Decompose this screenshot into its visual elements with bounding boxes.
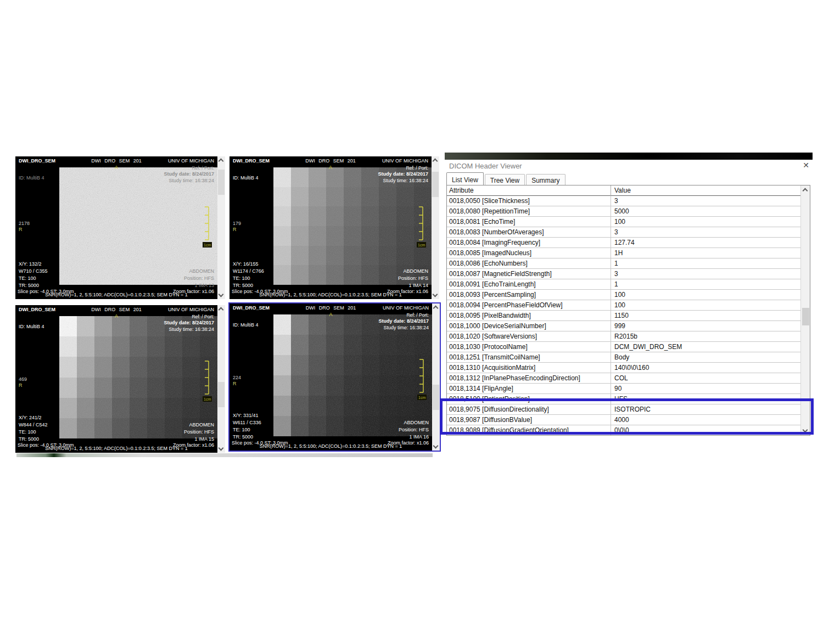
attribute-column-header[interactable]: Attribute [447, 185, 611, 196]
scrollbar-thumb[interactable] [432, 172, 439, 197]
image-panel[interactable]: DWI_DRO_SEM DWI DRO SEM 201 UNIV OF MICH… [15, 156, 225, 299]
table-row[interactable]: 0018,0083 [NumberOfAverages]3 [447, 227, 800, 238]
table-row[interactable]: 0018,1251 [TransmitCoilName]Body [447, 352, 800, 363]
zoom-factor-label: Zoom factor: x1.06 [173, 442, 214, 448]
attribute-cell: 0018,0081 [EchoTime] [447, 217, 611, 227]
scroll-down-icon[interactable] [433, 292, 438, 297]
scroll-down-icon[interactable] [219, 292, 224, 297]
study-date-label: Study date: 8/24/2017 [164, 320, 214, 326]
table-row[interactable]: 0018,0095 [PixelBandwidth]1150 [447, 311, 800, 321]
value-cell: Body [611, 352, 800, 362]
value-cell: 100 [611, 300, 800, 310]
tab-summary[interactable]: Summary [526, 174, 565, 185]
panel-scrollbar[interactable] [217, 305, 225, 453]
table-row[interactable]: 0018,0050 [SliceThickness]3 [447, 196, 800, 206]
value-cell: 1 [611, 258, 800, 268]
scrollbar-thumb[interactable] [802, 308, 809, 325]
value-cell: 1H [611, 248, 800, 258]
value-column-header[interactable]: Value [611, 185, 800, 196]
table-row[interactable]: 0018,0080 [RepetitionTime]5000 [447, 206, 800, 217]
value-cell: 3 [611, 227, 800, 237]
image-panel[interactable]: DWI_DRO_SEM DWI DRO SEM 201 UNIV OF MICH… [229, 156, 439, 299]
scroll-up-icon[interactable] [219, 307, 224, 313]
image-number-label: 1 IMA 14 [408, 283, 428, 289]
table-row[interactable]: 0018,0084 [ImagingFrequency]127.74 [447, 238, 800, 248]
zoom-factor-label: Zoom factor: x1.06 [387, 289, 428, 295]
window-center-label: W611 / C336 [233, 420, 261, 426]
pixel-value-block: 2178 R [19, 221, 30, 233]
orientation-top-marker: A [229, 312, 432, 318]
study-time-label: Study time: 16:38:24 [383, 325, 429, 331]
table-row[interactable]: 0018,0085 [ImagedNucleus]1H [447, 248, 800, 258]
image-panel[interactable]: DWI_DRO_SEM DWI DRO SEM 201 UNIV OF MICH… [15, 305, 225, 453]
table-row[interactable]: 0018,5100 [PatientPosition]HFS [447, 394, 800, 404]
study-date-label: Study date: 8/24/2017 [378, 318, 429, 324]
image-number-label: 1 IMA 13 [194, 283, 214, 289]
table-row[interactable]: 0018,1310 [AcquisitionMatrix]140\0\0\160 [447, 363, 800, 373]
scale-bar: 1cm [415, 358, 428, 402]
te-label: TE: 100 [233, 427, 250, 433]
table-row[interactable]: 0018,0094 [PercentPhaseFieldOfView]100 [447, 300, 800, 311]
image-panel[interactable]: DWI_DRO_SEM DWI DRO SEM 201 UNIV OF MICH… [228, 302, 441, 452]
pixel-value-label: 2178 [19, 221, 30, 227]
patient-id-label: ID: MultiB 4 [19, 175, 44, 181]
attribute-table: Attribute Value 0018,0050 [SliceThicknes… [446, 185, 810, 436]
pixel-value-label: 469 [19, 376, 27, 383]
table-row[interactable]: 0018,0086 [EchoNumbers]1 [447, 258, 800, 269]
table-row[interactable]: 0018,0087 [MagneticFieldStrength]3 [447, 269, 800, 279]
table-row[interactable]: 0018,9089 [DiffusionGradientOrientation]… [447, 425, 800, 435]
scrollbar-thumb[interactable] [433, 385, 439, 410]
orientation-left-marker: R [19, 227, 30, 233]
institution-label: UNIV OF MICHIGAN [382, 158, 428, 164]
scroll-down-icon[interactable] [803, 428, 808, 433]
tr-label: TR: 5000 [19, 283, 39, 289]
patient-position-label: Position: HFS [184, 429, 214, 435]
table-row[interactable]: 0018,1020 [SoftwareVersions]R2015b [447, 331, 800, 342]
table-row[interactable]: 0018,9087 [DiffusionBValue]4000 [447, 415, 800, 425]
table-row[interactable]: 0018,1312 [InPlanePhaseEncodingDirection… [447, 373, 800, 384]
te-label: TE: 100 [19, 429, 36, 435]
phantom-image [273, 167, 432, 285]
value-cell: 1150 [611, 311, 800, 320]
scrollbar-thumb[interactable] [218, 170, 225, 195]
panel-scrollbar[interactable] [217, 156, 225, 299]
window-center-label: W1174 / C766 [233, 268, 264, 274]
close-icon[interactable]: ✕ [803, 161, 809, 170]
orientation-left-marker: R [19, 383, 27, 389]
study-time-label: Study time: 16:38:24 [169, 178, 214, 184]
scroll-up-icon[interactable] [803, 188, 808, 194]
attribute-cell: 0018,0050 [SliceThickness] [447, 196, 611, 206]
scroll-up-icon[interactable] [433, 306, 439, 311]
table-row[interactable]: 0018,1030 [ProtocolName]DCM_DWI_DRO_SEM [447, 342, 800, 352]
study-time-label: Study time: 16:38:24 [383, 178, 428, 184]
table-row[interactable]: 0018,0093 [PercentSampling]100 [447, 290, 800, 300]
table-row[interactable]: 0018,1314 [FlipAngle]90 [447, 384, 800, 394]
scroll-up-icon[interactable] [433, 159, 438, 164]
table-row[interactable]: 0018,0091 [EchoTrainLength]1 [447, 279, 800, 290]
cursor-xy-label: X/Y: 16/155 [233, 261, 259, 267]
attribute-cell: 0018,5100 [PatientPosition] [447, 394, 611, 404]
attribute-cell: 0018,1312 [InPlanePhaseEncodingDirection… [447, 373, 611, 383]
scroll-down-icon[interactable] [433, 443, 439, 449]
body-part-label: ABDOMEN [403, 268, 428, 274]
table-row[interactable]: 0018,1000 [DeviceSerialNumber]999 [447, 321, 800, 331]
value-cell: 100 [611, 290, 800, 300]
tab-list-view[interactable]: List View [446, 172, 484, 185]
scrollbar-thumb[interactable] [218, 382, 225, 407]
window-center-label: W710 / C355 [19, 268, 48, 274]
scroll-up-icon[interactable] [219, 159, 224, 164]
orientation-left-marker: R [233, 227, 241, 233]
attribute-cell: 0018,9087 [DiffusionBValue] [447, 415, 611, 425]
body-part-label: ABDOMEN [189, 268, 214, 274]
tab-tree-view[interactable]: Tree View [485, 174, 525, 185]
institution-label: UNIV OF MICHIGAN [168, 307, 214, 313]
table-row[interactable]: 0018,0081 [EchoTime]100 [447, 217, 800, 227]
panel-scrollbar[interactable] [432, 156, 439, 299]
scroll-down-icon[interactable] [219, 446, 224, 451]
table-scrollbar[interactable] [800, 185, 810, 435]
panel-scrollbar[interactable] [432, 303, 440, 451]
table-row[interactable]: 0018,9075 [DiffusionDirectionality]ISOTR… [447, 404, 800, 415]
attribute-cell: 0018,0084 [ImagingFrequency] [447, 238, 611, 248]
noise-texture [59, 316, 217, 438]
ref-port-label: Ref: / Port: [192, 165, 214, 171]
